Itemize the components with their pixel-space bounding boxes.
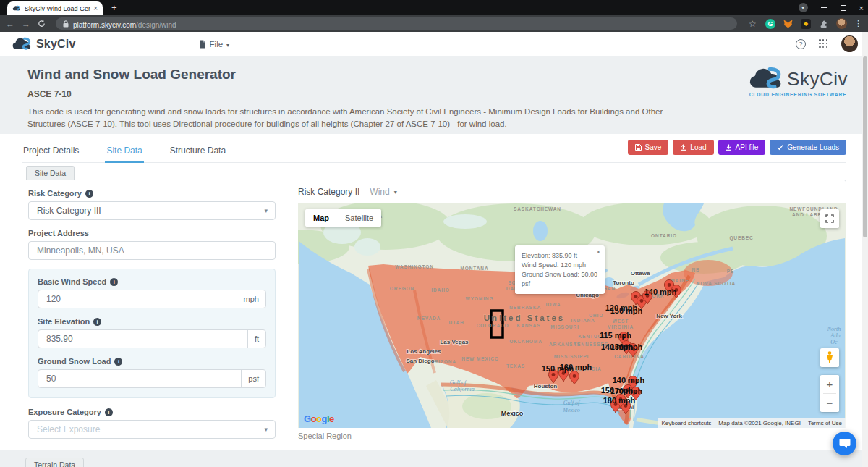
zoom-control: + −: [820, 375, 839, 412]
url-path: /design/wind: [136, 21, 176, 29]
map-label-city: Toronto: [613, 279, 634, 286]
info-icon[interactable]: [114, 358, 122, 366]
fullscreen-button[interactable]: [820, 209, 839, 228]
map-type-map-button[interactable]: Map: [305, 209, 337, 227]
exposure-category-select[interactable]: Select Exposure: [28, 420, 276, 439]
back-icon[interactable]: ←: [6, 19, 14, 29]
snow-load-unit: psf: [241, 370, 265, 387]
chat-icon: [839, 438, 851, 449]
map-label-state: MISSOURI: [550, 324, 579, 329]
skyciv-logo[interactable]: SkyCiv: [12, 37, 76, 51]
extensions-puzzle-icon[interactable]: [818, 18, 829, 29]
ground-snow-load-input[interactable]: [38, 370, 241, 387]
map-layer-select[interactable]: Wind: [370, 187, 396, 197]
special-region-link[interactable]: Special Region: [298, 432, 846, 440]
map-data-credit: Map data ©2021 Google, INEGI: [715, 418, 804, 428]
save-button[interactable]: Save: [628, 140, 669, 155]
map-label-city: San Diego: [406, 358, 434, 364]
save-button-label: Save: [645, 143, 662, 151]
keyboard-shortcuts-link[interactable]: Keyboard shortcuts: [658, 418, 715, 428]
fullscreen-icon: [825, 214, 834, 223]
us-wind-map[interactable]: BRITISHCOLUMBIASASKATCHEWANONTARIOQUEBEC…: [298, 203, 846, 428]
map-label-state: SASKATCHEWAN: [514, 206, 561, 211]
project-address-input[interactable]: [28, 241, 276, 260]
map-label-state: NOVA SCOTIA: [697, 281, 736, 286]
map-label-state: WYOMING: [466, 296, 494, 301]
window-minimize-icon[interactable]: [821, 7, 827, 8]
map-label-water: California: [450, 386, 474, 392]
map-type-satellite-button[interactable]: Satellite: [337, 209, 381, 227]
map-label-state: VIRGINIA: [608, 324, 634, 329]
api-file-button[interactable]: API file: [718, 140, 766, 155]
grammarly-extension-icon[interactable]: G: [765, 19, 775, 29]
site-elevation-input[interactable]: [38, 330, 247, 348]
browser-tab[interactable]: SkyCiv Wind Load Generato ×: [7, 1, 103, 15]
map-label-state: NEW MEXICO: [461, 356, 499, 361]
map-label-water: Mexico: [562, 407, 580, 413]
info-icon[interactable]: [85, 190, 93, 198]
forward-icon[interactable]: →: [22, 19, 30, 29]
brand-name: SkyCiv: [36, 38, 76, 51]
metamask-extension-icon[interactable]: [783, 18, 793, 29]
basic-wind-speed-input[interactable]: [38, 290, 237, 308]
wind-speed-label: 170 mph: [610, 387, 643, 395]
map-label-state: ONTARIO: [651, 233, 677, 238]
terrain-data-panel-tab[interactable]: Terrain Data: [25, 458, 84, 467]
wallet-extension-icon[interactable]: ◆: [801, 19, 811, 29]
file-menu[interactable]: File: [199, 40, 230, 49]
map-label-city: Los Angeles: [407, 348, 441, 355]
risk-category-select[interactable]: Risk Category III: [28, 201, 276, 220]
generate-loads-button[interactable]: Generate Loads: [770, 140, 846, 155]
user-avatar[interactable]: [841, 35, 858, 52]
info-icon[interactable]: [93, 318, 101, 326]
download-icon: [726, 144, 732, 151]
map-label-state: QUEBEC: [729, 235, 753, 241]
page-description: This code is used for generating wind an…: [27, 106, 689, 131]
wind-speed-label: 150 mph: [610, 342, 643, 351]
browser-window: SkyCiv Wind Load Generato × + ▾ × ← → pl…: [0, 0, 868, 467]
tab-close-icon[interactable]: ×: [93, 4, 98, 12]
info-icon[interactable]: [105, 408, 113, 416]
street-view-pegman[interactable]: [820, 348, 839, 367]
map-tooltip: × Elevation: 835.90 ft Wind Speed: 120 m…: [515, 245, 605, 294]
apps-grid-icon[interactable]: [819, 39, 828, 49]
zoom-out-button[interactable]: −: [820, 394, 839, 412]
tooltip-close-icon[interactable]: ×: [597, 248, 600, 257]
new-tab-button[interactable]: +: [111, 2, 117, 13]
address-bar[interactable]: platform.skyciv.com/design/wind: [56, 17, 737, 30]
url-host: platform.skyciv.com: [73, 21, 136, 29]
tab-site-data[interactable]: Site Data: [105, 143, 143, 163]
ground-snow-load-label: Ground Snow Load: [38, 357, 266, 366]
bookmark-star-icon[interactable]: ☆: [747, 18, 758, 29]
map-label-state: IDAHO: [431, 287, 449, 293]
help-icon[interactable]: ?: [796, 39, 806, 49]
chat-widget-button[interactable]: [833, 432, 856, 455]
basic-wind-speed-label: Basic Wind Speed: [38, 277, 266, 286]
tab-structure-data[interactable]: Structure Data: [169, 143, 227, 162]
map-label-state: INDIANA: [571, 318, 595, 323]
browser-account-avatar[interactable]: [836, 18, 847, 29]
load-button[interactable]: Load: [673, 140, 713, 155]
browser-profile-icon[interactable]: ▾: [799, 3, 808, 12]
browser-menu-icon[interactable]: ⋮: [854, 19, 862, 28]
terms-of-use-link[interactable]: Terms of Use: [804, 418, 846, 428]
wind-speed-label: 150 mph: [610, 306, 643, 315]
browser-toolbar: ← → platform.skyciv.com/design/wind ☆ G …: [0, 15, 868, 32]
map-label-state: OKLAHOMA: [509, 339, 542, 344]
check-icon: [777, 144, 783, 151]
generate-loads-button-label: Generate Loads: [787, 143, 839, 151]
tab-project-details[interactable]: Project Details: [22, 143, 80, 162]
page-scrollbar[interactable]: [862, 32, 868, 467]
google-logo[interactable]: Google: [304, 413, 334, 424]
map-label-water: North: [827, 326, 841, 332]
reload-icon[interactable]: [38, 20, 46, 28]
map-label-state: OREGON: [390, 286, 414, 291]
info-icon[interactable]: [110, 278, 118, 286]
exposure-category-label: Exposure Category: [28, 408, 276, 416]
scrollbar-thumb[interactable]: [863, 56, 867, 237]
window-close-icon[interactable]: ×: [859, 4, 864, 12]
zoom-in-button[interactable]: +: [820, 375, 839, 393]
window-restore-icon[interactable]: [841, 5, 846, 11]
google-map[interactable]: BRITISHCOLUMBIASASKATCHEWANONTARIOQUEBEC…: [298, 203, 846, 428]
site-data-panel-tab[interactable]: Site Data: [26, 166, 75, 180]
